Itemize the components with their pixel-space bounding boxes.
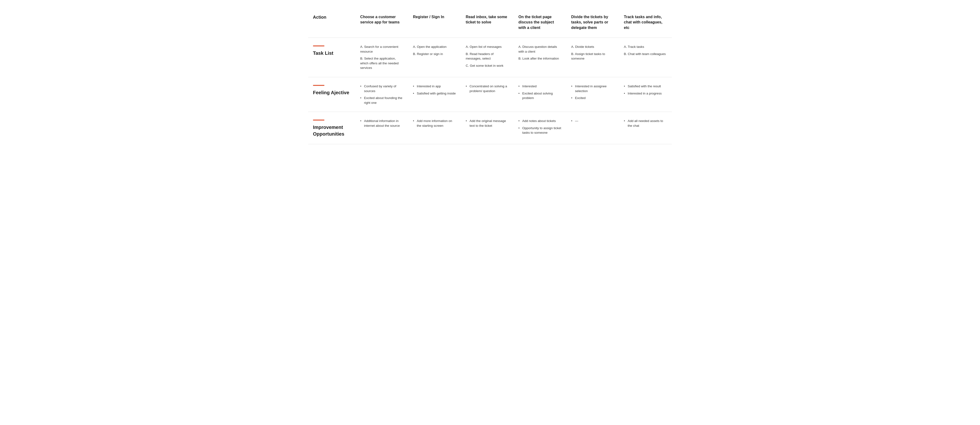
cell-improvement-opportunities-col4: — (566, 112, 619, 144)
bullet-list: InterestedExcited about solving problem (519, 84, 562, 100)
bullet-list: Concentrated on solving a problem/ quest… (466, 84, 509, 93)
section-label-text: Task List (313, 50, 351, 56)
cell-task-list-col2: A. Open list of messagesB. Read headers … (461, 38, 514, 77)
bullet-item: Interested in app (413, 84, 456, 89)
section-row-task-list: Task ListA. Search for a convenient reso… (308, 38, 672, 77)
task-item: C. Get some ticket in work (466, 63, 509, 68)
bullet-item: — (571, 119, 614, 124)
bullet-item: Interested in assignee selection (571, 84, 614, 93)
task-item: A. Track tasks (624, 44, 667, 49)
bullet-item: Add all needed assets to the chat (624, 119, 667, 128)
task-item: A. Divide tickets (571, 44, 614, 49)
bullet-list: Add the original message text to the tic… (466, 119, 509, 128)
section-label-text: Improvement Opportunities (313, 124, 351, 137)
cell-feeling-adjective-col3: InterestedExcited about solving problem (514, 77, 566, 112)
cell-feeling-adjective-col5: Satisfied with the resultInterested in a… (619, 77, 672, 112)
cell-feeling-adjective-col2: Concentrated on solving a problem/ quest… (461, 77, 514, 112)
bullet-item: Add the original message text to the tic… (466, 119, 509, 128)
cell-improvement-opportunities-col2: Add the original message text to the tic… (461, 112, 514, 144)
bullet-list: — (571, 119, 614, 124)
bullet-item: Interested in a progress (624, 91, 667, 96)
cell-improvement-opportunities-col1: Add more information on the starting scr… (408, 112, 461, 144)
task-item: B. Assign ticket tasks to someone (571, 52, 614, 61)
header-col5: Divide the tickets by tasks, solve parts… (566, 10, 619, 38)
cell-improvement-opportunities-col5: Add all needed assets to the chat (619, 112, 672, 144)
header-action: Action (308, 10, 356, 38)
cell-improvement-opportunities-col0: Additional information in internet about… (356, 112, 408, 144)
journey-table: Action Choose a customer service app for… (308, 10, 672, 144)
bullet-list: Satisfied with the resultInterested in a… (624, 84, 667, 96)
bullet-list: Add notes about ticketsOpportunity to as… (519, 119, 562, 135)
header-col1: Choose a customer service app for teams (356, 10, 408, 38)
task-item: B. Register or sign in (413, 52, 456, 56)
section-accent-line (313, 120, 325, 121)
section-row-improvement-opportunities: Improvement OpportunitiesAdditional info… (308, 112, 672, 144)
header-col4: On the ticket page discuss the subject w… (514, 10, 566, 38)
cell-task-list-col1: A. Open the applicationB. Register or si… (408, 38, 461, 77)
bullet-list: Confused by variety of sourcesExcited ab… (360, 84, 403, 105)
task-item: A. Open the application (413, 44, 456, 49)
bullet-item: Excited (571, 96, 614, 100)
task-item: B. Chat with team colleagues (624, 52, 667, 56)
cell-task-list-col0: A. Search for a convenient resourceB. Se… (356, 38, 408, 77)
bullet-item: Add more information on the starting scr… (413, 119, 456, 128)
bullet-list: Interested in appSatisfied with getting … (413, 84, 456, 96)
bullet-item: Confused by variety of sources (360, 84, 403, 93)
main-container: Action Choose a customer service app for… (301, 0, 679, 154)
cell-task-list-col4: A. Divide ticketsB. Assign ticket tasks … (566, 38, 619, 77)
bullet-item: Opportunity to assign ticket tasks to so… (519, 126, 562, 135)
task-item: A. Search for a convenient resource (360, 44, 403, 54)
section-label-improvement-opportunities: Improvement Opportunities (308, 112, 356, 144)
section-accent-line (313, 46, 325, 46)
bullet-list: Add all needed assets to the chat (624, 119, 667, 128)
bullet-item: Excited about solving problem (519, 91, 562, 100)
bullet-list: Additional information in internet about… (360, 119, 403, 128)
bullet-item: Excited about founding the right one (360, 96, 403, 105)
task-item: B. Select the application, which offers … (360, 56, 403, 70)
bullet-list: Add more information on the starting scr… (413, 119, 456, 128)
section-accent-line (313, 85, 325, 86)
bullet-item: Satisfied with the result (624, 84, 667, 89)
bullet-item: Interested (519, 84, 562, 89)
header-col6: Track tasks and info, chat with colleagu… (619, 10, 672, 38)
bullet-list: Interested in assignee selectionExcited (571, 84, 614, 100)
bullet-item: Additional information in internet about… (360, 119, 403, 128)
task-item: A. Open list of messages (466, 44, 509, 49)
task-item: B. Read headers of messages, select (466, 52, 509, 61)
cell-feeling-adjective-col1: Interested in appSatisfied with getting … (408, 77, 461, 112)
bullet-item: Satisfied with getting inside (413, 91, 456, 96)
header-col2: Register / Sign In (408, 10, 461, 38)
cell-feeling-adjective-col4: Interested in assignee selectionExcited (566, 77, 619, 112)
task-item: A. Discuss question details with a clien… (519, 44, 562, 54)
cell-task-list-col3: A. Discuss question details with a clien… (514, 38, 566, 77)
cell-improvement-opportunities-col3: Add notes about ticketsOpportunity to as… (514, 112, 566, 144)
task-item: B. Look after the information (519, 56, 562, 61)
bullet-item: Add notes about tickets (519, 119, 562, 124)
section-label-task-list: Task List (308, 38, 356, 77)
section-label-feeling-adjective: Feeling Ajective (308, 77, 356, 112)
header-row: Action Choose a customer service app for… (308, 10, 672, 38)
cell-task-list-col5: A. Track tasksB. Chat with team colleagu… (619, 38, 672, 77)
bullet-item: Concentrated on solving a problem/ quest… (466, 84, 509, 93)
section-label-text: Feeling Ajective (313, 89, 351, 96)
header-col3: Read inbox, take some ticket to solve (461, 10, 514, 38)
cell-feeling-adjective-col0: Confused by variety of sourcesExcited ab… (356, 77, 408, 112)
section-row-feeling-adjective: Feeling AjectiveConfused by variety of s… (308, 77, 672, 112)
